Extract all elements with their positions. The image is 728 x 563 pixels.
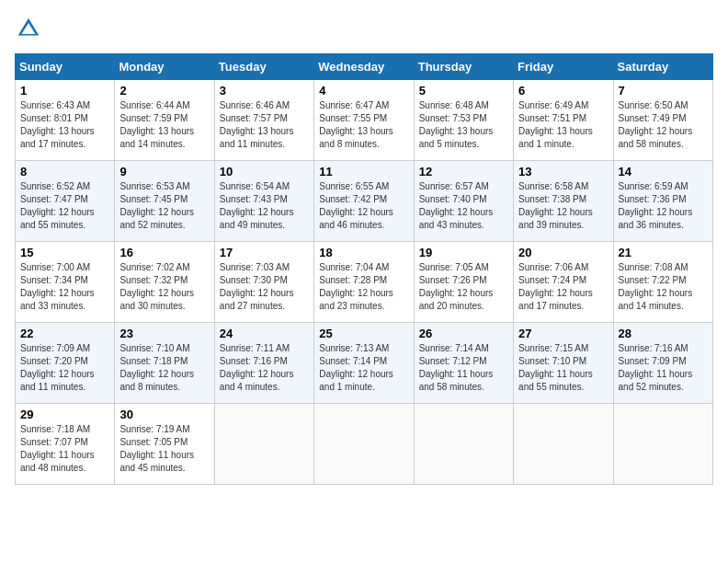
calendar-day: [214, 404, 313, 485]
day-number: 19: [419, 246, 508, 259]
calendar-week-row: 1 Sunrise: 6:43 AM Sunset: 8:01 PM Dayli…: [16, 80, 713, 161]
day-info: Sunrise: 7:00 AM Sunset: 7:34 PM Dayligh…: [20, 261, 109, 313]
calendar-day: 23 Sunrise: 7:10 AM Sunset: 7:18 PM Dayl…: [115, 323, 214, 404]
day-number: 15: [20, 246, 109, 259]
day-number: 23: [119, 327, 209, 340]
day-number: 3: [220, 84, 309, 98]
day-number: 28: [619, 327, 708, 340]
calendar-week-row: 8 Sunrise: 6:52 AM Sunset: 7:47 PM Dayli…: [16, 161, 713, 242]
day-number: 16: [119, 246, 209, 259]
calendar-day: 13 Sunrise: 6:58 AM Sunset: 7:38 PM Dayl…: [514, 161, 613, 242]
day-info: Sunrise: 7:11 AM Sunset: 7:16 PM Dayligh…: [220, 342, 309, 394]
calendar-day: 27 Sunrise: 7:15 AM Sunset: 7:10 PM Dayl…: [514, 323, 613, 404]
day-info: Sunrise: 7:13 AM Sunset: 7:14 PM Dayligh…: [319, 342, 408, 394]
calendar-day: 10 Sunrise: 6:54 AM Sunset: 7:43 PM Dayl…: [214, 161, 313, 242]
calendar-day: 5 Sunrise: 6:48 AM Sunset: 7:53 PM Dayli…: [414, 80, 513, 161]
day-info: Sunrise: 6:43 AM Sunset: 8:01 PM Dayligh…: [20, 99, 109, 151]
day-info: Sunrise: 7:16 AM Sunset: 7:09 PM Dayligh…: [619, 342, 708, 394]
calendar-day: 11 Sunrise: 6:55 AM Sunset: 7:42 PM Dayl…: [314, 161, 414, 242]
calendar-day: 18 Sunrise: 7:04 AM Sunset: 7:28 PM Dayl…: [314, 242, 414, 323]
calendar-day: 6 Sunrise: 6:49 AM Sunset: 7:51 PM Dayli…: [514, 80, 613, 161]
day-info: Sunrise: 6:47 AM Sunset: 7:55 PM Dayligh…: [319, 99, 408, 151]
day-number: 29: [20, 408, 109, 421]
calendar-day: 19 Sunrise: 7:05 AM Sunset: 7:26 PM Dayl…: [414, 242, 513, 323]
day-info: Sunrise: 6:46 AM Sunset: 7:57 PM Dayligh…: [220, 99, 309, 151]
day-number: 20: [518, 246, 608, 259]
calendar-day: 25 Sunrise: 7:13 AM Sunset: 7:14 PM Dayl…: [314, 323, 414, 404]
calendar-day: 21 Sunrise: 7:08 AM Sunset: 7:22 PM Dayl…: [613, 242, 712, 323]
day-info: Sunrise: 6:57 AM Sunset: 7:40 PM Dayligh…: [419, 180, 508, 232]
calendar-day: 20 Sunrise: 7:06 AM Sunset: 7:24 PM Dayl…: [514, 242, 613, 323]
calendar-day: 3 Sunrise: 6:46 AM Sunset: 7:57 PM Dayli…: [214, 80, 313, 161]
header-thursday: Thursday: [414, 54, 513, 80]
header-saturday: Saturday: [613, 54, 712, 80]
day-info: Sunrise: 7:14 AM Sunset: 7:12 PM Dayligh…: [419, 342, 508, 394]
day-number: 12: [419, 165, 508, 178]
calendar-day: 14 Sunrise: 6:59 AM Sunset: 7:36 PM Dayl…: [613, 161, 712, 242]
calendar-day: 26 Sunrise: 7:14 AM Sunset: 7:12 PM Dayl…: [414, 323, 513, 404]
day-info: Sunrise: 6:49 AM Sunset: 7:51 PM Dayligh…: [518, 99, 608, 151]
calendar-day: [314, 404, 414, 485]
day-number: 1: [20, 84, 109, 98]
day-info: Sunrise: 7:19 AM Sunset: 7:05 PM Dayligh…: [119, 423, 209, 475]
day-number: 21: [619, 246, 708, 259]
day-number: 6: [518, 84, 608, 98]
calendar-day: 30 Sunrise: 7:19 AM Sunset: 7:05 PM Dayl…: [115, 404, 214, 485]
day-info: Sunrise: 7:10 AM Sunset: 7:18 PM Dayligh…: [119, 342, 209, 394]
calendar-day: 7 Sunrise: 6:50 AM Sunset: 7:49 PM Dayli…: [613, 80, 712, 161]
day-info: Sunrise: 6:55 AM Sunset: 7:42 PM Dayligh…: [319, 180, 408, 232]
day-info: Sunrise: 6:58 AM Sunset: 7:38 PM Dayligh…: [518, 180, 608, 232]
logo-icon: [15, 15, 42, 42]
calendar-day: [414, 404, 513, 485]
calendar-day: 29 Sunrise: 7:18 AM Sunset: 7:07 PM Dayl…: [16, 404, 115, 485]
day-number: 18: [319, 246, 408, 259]
day-info: Sunrise: 7:08 AM Sunset: 7:22 PM Dayligh…: [619, 261, 708, 313]
calendar-day: [613, 404, 712, 485]
calendar-day: 4 Sunrise: 6:47 AM Sunset: 7:55 PM Dayli…: [314, 80, 414, 161]
day-info: Sunrise: 7:04 AM Sunset: 7:28 PM Dayligh…: [319, 261, 408, 313]
day-number: 17: [220, 246, 309, 259]
day-info: Sunrise: 7:18 AM Sunset: 7:07 PM Dayligh…: [20, 423, 109, 475]
day-info: Sunrise: 7:06 AM Sunset: 7:24 PM Dayligh…: [518, 261, 608, 313]
calendar-day: 16 Sunrise: 7:02 AM Sunset: 7:32 PM Dayl…: [115, 242, 214, 323]
day-number: 5: [419, 84, 508, 98]
calendar-week-row: 29 Sunrise: 7:18 AM Sunset: 7:07 PM Dayl…: [16, 404, 713, 485]
day-info: Sunrise: 6:52 AM Sunset: 7:47 PM Dayligh…: [20, 180, 109, 232]
calendar-day: 9 Sunrise: 6:53 AM Sunset: 7:45 PM Dayli…: [115, 161, 214, 242]
header-tuesday: Tuesday: [214, 54, 313, 80]
header-sunday: Sunday: [16, 54, 115, 80]
calendar-day: 8 Sunrise: 6:52 AM Sunset: 7:47 PM Dayli…: [16, 161, 115, 242]
day-number: 26: [419, 327, 508, 340]
day-info: Sunrise: 6:53 AM Sunset: 7:45 PM Dayligh…: [119, 180, 209, 232]
header-friday: Friday: [514, 54, 613, 80]
header-wednesday: Wednesday: [314, 54, 414, 80]
day-number: 24: [220, 327, 309, 340]
calendar-week-row: 15 Sunrise: 7:00 AM Sunset: 7:34 PM Dayl…: [16, 242, 713, 323]
day-info: Sunrise: 7:02 AM Sunset: 7:32 PM Dayligh…: [119, 261, 209, 313]
day-info: Sunrise: 6:54 AM Sunset: 7:43 PM Dayligh…: [220, 180, 309, 232]
day-number: 8: [20, 165, 109, 178]
day-number: 11: [319, 165, 408, 178]
calendar-day: 1 Sunrise: 6:43 AM Sunset: 8:01 PM Dayli…: [16, 80, 115, 161]
calendar-day: 24 Sunrise: 7:11 AM Sunset: 7:16 PM Dayl…: [214, 323, 313, 404]
day-number: 4: [319, 84, 408, 98]
day-number: 30: [119, 408, 209, 421]
day-info: Sunrise: 6:50 AM Sunset: 7:49 PM Dayligh…: [619, 99, 708, 151]
calendar-header-row: SundayMondayTuesdayWednesdayThursdayFrid…: [16, 54, 713, 80]
day-number: 2: [119, 84, 209, 98]
day-number: 7: [619, 84, 708, 98]
day-info: Sunrise: 7:05 AM Sunset: 7:26 PM Dayligh…: [419, 261, 508, 313]
day-number: 22: [20, 327, 109, 340]
page-header: [15, 15, 713, 42]
day-info: Sunrise: 7:09 AM Sunset: 7:20 PM Dayligh…: [20, 342, 109, 394]
day-number: 27: [518, 327, 608, 340]
day-number: 10: [220, 165, 309, 178]
header-monday: Monday: [115, 54, 214, 80]
day-number: 14: [619, 165, 708, 178]
calendar-day: 2 Sunrise: 6:44 AM Sunset: 7:59 PM Dayli…: [115, 80, 214, 161]
calendar-day: 15 Sunrise: 7:00 AM Sunset: 7:34 PM Dayl…: [16, 242, 115, 323]
calendar-day: 17 Sunrise: 7:03 AM Sunset: 7:30 PM Dayl…: [214, 242, 313, 323]
day-number: 25: [319, 327, 408, 340]
calendar-table: SundayMondayTuesdayWednesdayThursdayFrid…: [15, 53, 713, 485]
calendar-day: [514, 404, 613, 485]
